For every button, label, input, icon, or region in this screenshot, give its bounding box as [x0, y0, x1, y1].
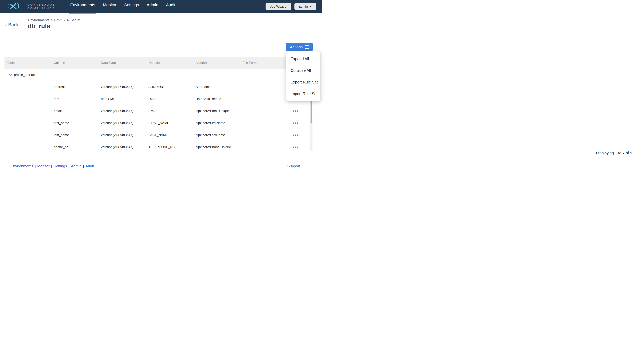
- row-actions-ellipsis-icon[interactable]: [292, 121, 299, 125]
- cell-algorithm: dlpx-core:FirstName: [196, 121, 243, 125]
- breadcrumb-separator: >: [51, 18, 53, 22]
- footer-nav: Environments | Monitor | Settings | Admi…: [11, 164, 94, 168]
- chevron-down-icon: [310, 6, 312, 7]
- cell-data-type: date (13): [101, 97, 148, 101]
- col-header-data-type: Data Type: [101, 61, 148, 65]
- cell-column: email: [54, 109, 101, 113]
- table-group-row[interactable]: profile_test (8): [4, 69, 310, 81]
- cell-algorithm: dlpx-core:Email Unique: [196, 109, 243, 113]
- breadcrumb: Environments > Env2 > Rule Set: [28, 18, 80, 22]
- nav-item-audit[interactable]: Audit: [166, 3, 175, 7]
- table-row: address varchar (2147483647) ADDRESS Add…: [4, 81, 310, 93]
- top-navbar: CONTINUOUS COMPLIANCE Environments Monit…: [0, 0, 322, 13]
- cell-data-type: varchar (2147483647): [101, 109, 148, 113]
- brand-line2: COMPLIANCE: [27, 7, 56, 10]
- col-header-domain: Domain: [148, 61, 196, 65]
- cell-data-type: varchar (2147483647): [101, 133, 148, 137]
- cell-column: first_name: [54, 121, 101, 125]
- group-name: profile_test: [14, 73, 30, 77]
- job-wizard-button[interactable]: Job Wizard: [266, 3, 291, 10]
- table-row: last_name varchar (2147483647) LAST_NAME…: [4, 129, 310, 141]
- table-row: email varchar (2147483647) EMAIL dlpx-co…: [4, 105, 310, 117]
- cell-algorithm: DateShiftDiscrete: [196, 97, 243, 101]
- footer-link-environments[interactable]: Environments: [11, 164, 33, 168]
- footer-link-settings[interactable]: Settings: [54, 164, 67, 168]
- footer-separator: |: [83, 164, 84, 168]
- table-row: dob date (13) DOB DateShiftDiscrete: [4, 93, 310, 105]
- breadcrumb-env2[interactable]: Env2: [54, 18, 62, 22]
- back-label: Back: [8, 22, 18, 28]
- support-link[interactable]: Support: [287, 164, 300, 168]
- back-chevron-icon: ‹: [5, 23, 7, 27]
- cell-domain: ADDRESS: [148, 85, 196, 89]
- cell-domain: LAST_NAME: [148, 133, 196, 137]
- table-row: phone_no varchar (2147483647) TELEPHONE_…: [4, 141, 310, 151]
- row-actions-ellipsis-icon[interactable]: [292, 133, 299, 137]
- row-actions-ellipsis-icon[interactable]: [292, 109, 299, 113]
- footer-separator: |: [51, 164, 52, 168]
- cell-algorithm: dlpx-core:LastName: [196, 133, 243, 137]
- breadcrumb-rule-set[interactable]: Rule Set: [67, 18, 80, 22]
- nav-item-admin[interactable]: Admin: [147, 3, 158, 7]
- table-body: profile_test (8) address varchar (214748…: [4, 69, 310, 151]
- footer-link-admin[interactable]: Admin: [71, 164, 82, 168]
- rule-set-table: Table Column Data Type Domain Algorithm …: [4, 57, 310, 151]
- actions-dropdown-menu: Expand All Collapse All Export Rule Set …: [286, 52, 320, 101]
- cell-algorithm: dlpx-core:Phone Unique: [196, 145, 243, 149]
- brand-line1: CONTINUOUS: [27, 3, 56, 7]
- cell-domain: FIRST_NAME: [148, 121, 196, 125]
- cell-domain: TELEPHONE_NO: [148, 145, 196, 149]
- menu-item-collapse-all[interactable]: Collapse All: [286, 65, 320, 76]
- user-menu-button[interactable]: admin: [294, 3, 316, 10]
- cell-data-type: varchar (2147483647): [101, 145, 148, 149]
- actions-label: Actions: [290, 45, 303, 49]
- table-header-row: Table Column Data Type Domain Algorithm …: [4, 57, 310, 69]
- cell-column: phone_no: [54, 145, 101, 149]
- cell-algorithm: AddrLookup: [196, 85, 243, 89]
- cell-domain: DOB: [148, 97, 196, 101]
- brand-wordmark: CONTINUOUS COMPLIANCE: [27, 3, 56, 10]
- footer-link-monitor[interactable]: Monitor: [37, 164, 50, 168]
- section-divider: [4, 36, 318, 36]
- footer-separator: |: [68, 164, 70, 168]
- nav-item-monitor[interactable]: Monitor: [103, 3, 116, 7]
- cell-column: address: [54, 85, 101, 89]
- cell-domain: EMAIL: [148, 109, 196, 113]
- table-row: first_name varchar (2147483647) FIRST_NA…: [4, 117, 310, 129]
- col-header-table: Table: [4, 61, 54, 65]
- breadcrumb-environments[interactable]: Environments: [28, 18, 50, 22]
- footer-separator: |: [35, 164, 36, 168]
- footer-link-audit[interactable]: Audit: [86, 164, 94, 168]
- menu-item-expand-all[interactable]: Expand All: [286, 53, 320, 65]
- user-menu-label: admin: [299, 5, 308, 9]
- hamburger-icon: [305, 46, 309, 49]
- cell-data-type: varchar (2147483647): [101, 121, 148, 125]
- cell-column: last_name: [54, 133, 101, 137]
- delphix-logo-icon: [6, 2, 20, 11]
- nav-item-settings[interactable]: Settings: [124, 3, 139, 7]
- actions-button[interactable]: Actions: [286, 43, 313, 51]
- row-actions-ellipsis-icon[interactable]: [292, 145, 299, 149]
- menu-item-export-rule-set[interactable]: Export Rule Set: [286, 76, 320, 88]
- primary-nav: Environments Monitor Settings Admin Audi…: [70, 0, 175, 10]
- col-header-algorithm: Algorithm: [196, 61, 243, 65]
- group-label: profile_test (8): [14, 73, 35, 77]
- cell-column: dob: [54, 97, 101, 101]
- menu-item-import-rule-set[interactable]: Import Rule Set: [286, 88, 320, 100]
- col-header-column: Column: [54, 61, 101, 65]
- group-count: (8): [31, 73, 35, 77]
- nav-item-environments[interactable]: Environments: [70, 3, 95, 7]
- cell-data-type: varchar (2147483647): [101, 85, 148, 89]
- col-header-file-format: File Format: [243, 61, 282, 65]
- breadcrumb-separator: >: [64, 18, 66, 22]
- back-button[interactable]: ‹ Back: [5, 22, 18, 28]
- page-title: db_rule: [28, 23, 50, 30]
- chevron-down-icon[interactable]: [9, 74, 12, 76]
